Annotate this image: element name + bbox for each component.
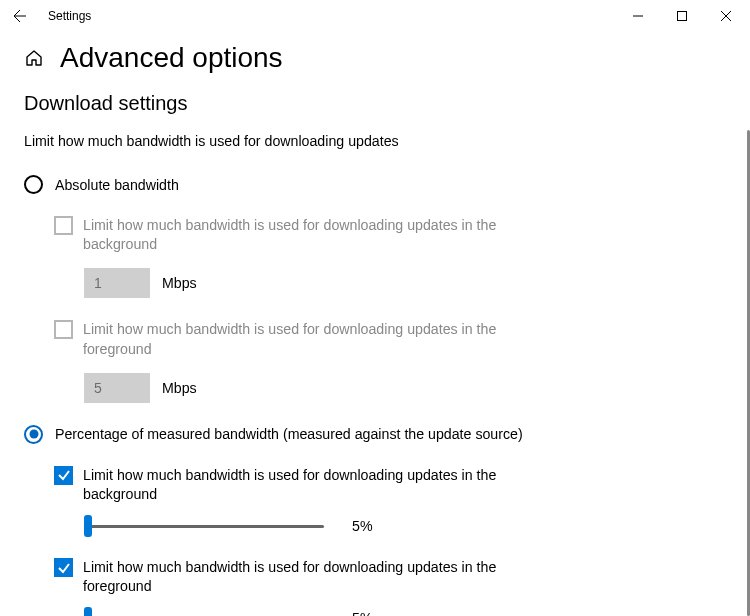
- section-description: Limit how much bandwidth is used for dow…: [24, 133, 726, 149]
- checkbox-limit-background-percent[interactable]: [54, 466, 73, 485]
- checkbox-label: Limit how much bandwidth is used for dow…: [83, 558, 543, 596]
- home-icon[interactable]: [24, 48, 44, 68]
- limit-foreground-percent-row: Limit how much bandwidth is used for dow…: [54, 558, 726, 596]
- checkbox-limit-foreground-absolute: [54, 320, 73, 339]
- limit-foreground-absolute-row: Limit how much bandwidth is used for dow…: [54, 320, 726, 358]
- svg-rect-1: [678, 12, 687, 21]
- unit-label: Mbps: [162, 275, 197, 291]
- radio-label: Absolute bandwidth: [55, 177, 179, 193]
- checkbox-label: Limit how much bandwidth is used for dow…: [83, 320, 543, 358]
- slider-value: 5%: [352, 518, 373, 534]
- slider-value: 5%: [352, 610, 373, 616]
- radio-icon: [24, 425, 43, 444]
- window-controls: [616, 2, 748, 30]
- checkbox-label: Limit how much bandwidth is used for dow…: [83, 216, 543, 254]
- page-content: Advanced options Download settings Limit…: [0, 32, 750, 616]
- checkbox-label: Limit how much bandwidth is used for dow…: [83, 466, 543, 504]
- close-icon: [721, 11, 731, 21]
- page-title: Advanced options: [60, 42, 283, 74]
- window-titlebar: Settings: [0, 0, 750, 32]
- percentage-bandwidth-section: Limit how much bandwidth is used for dow…: [54, 466, 726, 616]
- background-percent-slider[interactable]: [84, 525, 324, 528]
- radio-percentage-bandwidth[interactable]: Percentage of measured bandwidth (measur…: [24, 425, 726, 444]
- checkbox-limit-foreground-percent[interactable]: [54, 558, 73, 577]
- background-mbps-row: 1 Mbps: [84, 268, 726, 298]
- radio-label: Percentage of measured bandwidth (measur…: [55, 426, 523, 442]
- checkmark-icon: [57, 561, 71, 575]
- maximize-icon: [677, 11, 687, 21]
- back-arrow-icon: [12, 8, 28, 24]
- checkmark-icon: [57, 468, 71, 482]
- minimize-button[interactable]: [616, 2, 660, 30]
- slider-thumb[interactable]: [84, 515, 92, 537]
- foreground-mbps-input: 5: [84, 373, 150, 403]
- page-header: Advanced options: [24, 42, 726, 74]
- limit-background-absolute-row: Limit how much bandwidth is used for dow…: [54, 216, 726, 254]
- absolute-bandwidth-section: Limit how much bandwidth is used for dow…: [54, 216, 726, 403]
- slider-thumb[interactable]: [84, 607, 92, 616]
- unit-label: Mbps: [162, 380, 197, 396]
- foreground-mbps-row: 5 Mbps: [84, 373, 726, 403]
- window-title: Settings: [48, 9, 91, 23]
- background-percent-slider-row: 5%: [84, 518, 726, 534]
- back-button[interactable]: [8, 4, 32, 28]
- radio-icon: [24, 175, 43, 194]
- limit-background-percent-row: Limit how much bandwidth is used for dow…: [54, 466, 726, 504]
- maximize-button[interactable]: [660, 2, 704, 30]
- minimize-icon: [633, 11, 643, 21]
- background-mbps-input: 1: [84, 268, 150, 298]
- checkbox-limit-background-absolute: [54, 216, 73, 235]
- radio-absolute-bandwidth[interactable]: Absolute bandwidth: [24, 175, 726, 194]
- section-title: Download settings: [24, 92, 726, 115]
- foreground-percent-slider-row: 5%: [84, 610, 726, 616]
- close-button[interactable]: [704, 2, 748, 30]
